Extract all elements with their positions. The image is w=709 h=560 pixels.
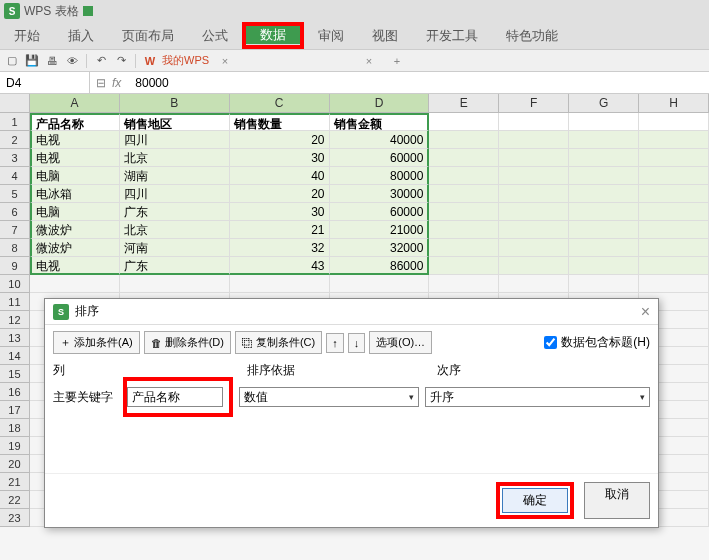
cell[interactable]: 四川 — [120, 131, 230, 149]
cell[interactable] — [499, 149, 569, 167]
cell[interactable] — [429, 275, 499, 293]
cell[interactable]: 30 — [230, 149, 330, 167]
wps-icon[interactable]: W — [142, 53, 158, 69]
cell[interactable]: 微波炉 — [30, 239, 120, 257]
cell[interactable] — [429, 185, 499, 203]
menu-data[interactable]: 数据 — [246, 26, 300, 44]
cell[interactable] — [429, 131, 499, 149]
row-header[interactable]: 3 — [0, 149, 30, 167]
cell[interactable] — [639, 275, 709, 293]
checkbox-input[interactable] — [544, 336, 557, 349]
cell[interactable] — [30, 275, 120, 293]
row-header[interactable]: 10 — [0, 275, 30, 293]
menu-insert[interactable]: 插入 — [54, 22, 108, 49]
row-header[interactable]: 7 — [0, 221, 30, 239]
cell[interactable] — [499, 113, 569, 131]
row-header[interactable]: 12 — [0, 311, 30, 329]
cell[interactable] — [499, 203, 569, 221]
cell-reference[interactable]: D4 — [0, 72, 90, 93]
cell[interactable] — [569, 275, 639, 293]
cell[interactable]: 产品名称 — [30, 113, 120, 131]
row-header[interactable]: 19 — [0, 437, 30, 455]
cell[interactable]: 电视 — [30, 131, 120, 149]
row-header[interactable]: 21 — [0, 473, 30, 491]
menu-view[interactable]: 视图 — [358, 22, 412, 49]
cell[interactable]: 43 — [230, 257, 330, 275]
col-header-a[interactable]: A — [30, 94, 120, 112]
cell[interactable]: 86000 — [330, 257, 430, 275]
cell[interactable] — [230, 275, 330, 293]
keyword-combobox[interactable]: 产品名称 — [127, 387, 223, 407]
undo-icon[interactable]: ↶ — [93, 53, 109, 69]
cell[interactable]: 广东 — [120, 203, 230, 221]
menu-layout[interactable]: 页面布局 — [108, 22, 188, 49]
move-up-button[interactable]: ↑ — [326, 333, 344, 353]
row-header[interactable]: 22 — [0, 491, 30, 509]
row-header[interactable]: 4 — [0, 167, 30, 185]
close-tab2-icon[interactable]: × — [361, 53, 377, 69]
cell[interactable] — [569, 203, 639, 221]
cell[interactable]: 20 — [230, 185, 330, 203]
col-header-c[interactable]: C — [230, 94, 330, 112]
cell[interactable] — [639, 203, 709, 221]
cell[interactable] — [569, 221, 639, 239]
cell[interactable] — [569, 185, 639, 203]
cell[interactable]: 湖南 — [120, 167, 230, 185]
cell[interactable] — [429, 257, 499, 275]
save-icon[interactable]: 💾 — [24, 53, 40, 69]
cell[interactable]: 电脑 — [30, 167, 120, 185]
cell[interactable]: 微波炉 — [30, 221, 120, 239]
cell[interactable]: 80000 — [330, 167, 430, 185]
cell[interactable]: 21 — [230, 221, 330, 239]
cell[interactable] — [499, 185, 569, 203]
cell[interactable] — [569, 113, 639, 131]
menu-start[interactable]: 开始 — [0, 22, 54, 49]
add-condition-button[interactable]: ＋添加条件(A) — [53, 331, 140, 354]
cell[interactable]: 广东 — [120, 257, 230, 275]
row-header[interactable]: 17 — [0, 401, 30, 419]
cell[interactable]: 河南 — [120, 239, 230, 257]
select-all-corner[interactable] — [0, 94, 30, 112]
row-header[interactable]: 13 — [0, 329, 30, 347]
cancel-button[interactable]: 取消 — [584, 482, 650, 519]
row-header[interactable]: 9 — [0, 257, 30, 275]
cell[interactable] — [569, 257, 639, 275]
wps-tab-label[interactable]: 我的WPS — [162, 53, 209, 68]
cell[interactable] — [429, 203, 499, 221]
move-down-button[interactable]: ↓ — [348, 333, 366, 353]
col-header-b[interactable]: B — [120, 94, 230, 112]
cell[interactable] — [499, 275, 569, 293]
menu-dev[interactable]: 开发工具 — [412, 22, 492, 49]
cell[interactable] — [499, 167, 569, 185]
row-header[interactable]: 20 — [0, 455, 30, 473]
row-header[interactable]: 23 — [0, 509, 30, 527]
cell[interactable]: 30000 — [330, 185, 430, 203]
add-tab-icon[interactable]: + — [389, 53, 405, 69]
cell[interactable] — [429, 167, 499, 185]
row-header[interactable]: 16 — [0, 383, 30, 401]
cell[interactable]: 60000 — [330, 149, 430, 167]
cell[interactable]: 60000 — [330, 203, 430, 221]
cell[interactable]: 销售金额 — [330, 113, 430, 131]
cell[interactable]: 30 — [230, 203, 330, 221]
cell[interactable]: 销售地区 — [120, 113, 230, 131]
print-icon[interactable]: 🖶 — [44, 53, 60, 69]
row-header[interactable]: 2 — [0, 131, 30, 149]
new-doc-icon[interactable]: ▢ — [4, 53, 20, 69]
row-header[interactable]: 11 — [0, 293, 30, 311]
menu-review[interactable]: 审阅 — [304, 22, 358, 49]
cell[interactable]: 四川 — [120, 185, 230, 203]
cell[interactable]: 21000 — [330, 221, 430, 239]
cell[interactable] — [569, 131, 639, 149]
cell[interactable]: 32000 — [330, 239, 430, 257]
cell[interactable]: 北京 — [120, 149, 230, 167]
sortby-combobox[interactable]: 数值 ▾ — [239, 387, 419, 407]
cell[interactable]: 32 — [230, 239, 330, 257]
cell[interactable] — [429, 149, 499, 167]
row-header[interactable]: 14 — [0, 347, 30, 365]
cell[interactable] — [429, 113, 499, 131]
col-header-h[interactable]: H — [639, 94, 709, 112]
app-dropdown-icon[interactable] — [83, 6, 93, 16]
cell[interactable] — [639, 185, 709, 203]
cell[interactable]: 电视 — [30, 149, 120, 167]
